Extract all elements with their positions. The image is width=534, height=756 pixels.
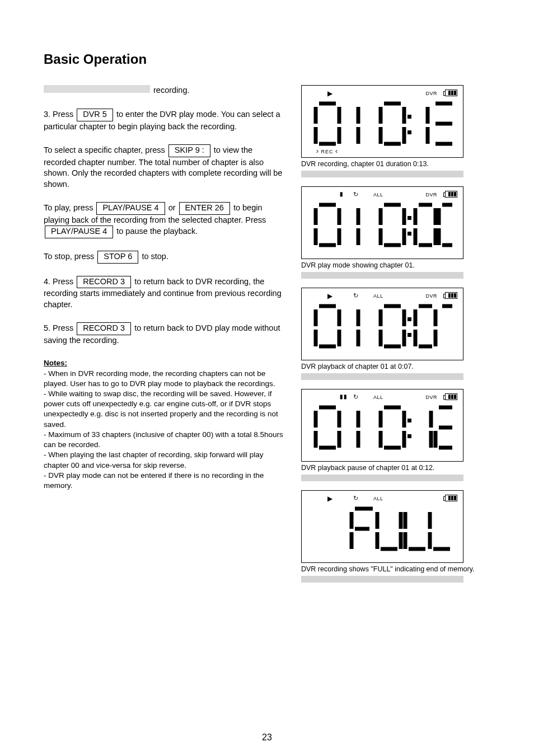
svg-rect-3	[407, 232, 411, 236]
play-before: To play, press	[44, 203, 95, 212]
lcd-column: ▶ DVR	[301, 85, 490, 591]
seven-seg-display	[312, 100, 452, 151]
instructions-column: recording. 3. Press DVR 5 to enter the D…	[44, 85, 284, 591]
lcd-caption: DVR playback of chapter 01 at 0:07.	[301, 362, 490, 372]
note-item: - DVR play mode can not be entered if th…	[44, 471, 284, 491]
battery-icon	[445, 495, 457, 504]
stop-tail: to stop.	[142, 252, 168, 261]
seven-seg-display	[312, 201, 452, 252]
lcd-panel-pause: ▮▮ ↻ ALL DVR	[301, 389, 463, 462]
lcd-panel-playback: ▶ ↻ ALL DVR	[301, 288, 463, 360]
separator-bar	[301, 272, 463, 279]
svg-rect-0	[407, 115, 411, 119]
svg-rect-2	[407, 216, 411, 220]
svg-rect-5	[407, 333, 411, 337]
svg-rect-1	[407, 130, 411, 134]
notes-heading: Notes:	[44, 358, 284, 368]
page-title: Basic Operation	[44, 50, 490, 68]
play-icon: ▶	[327, 292, 333, 300]
loop-icon: ↻	[353, 393, 359, 401]
all-indicator: ALL	[373, 495, 383, 502]
stop-text: To stop, press	[44, 252, 96, 261]
lcd-caption: DVR play mode showing chapter 01.	[301, 261, 490, 270]
key-record-1[interactable]: RECORD 3	[77, 276, 131, 289]
seven-seg-display	[312, 303, 452, 353]
page-number: 23	[262, 731, 272, 744]
dvr-indicator: DVR	[425, 394, 437, 401]
battery-icon	[445, 90, 457, 98]
lcd-panel-recording: ▶ DVR	[301, 85, 463, 158]
dvr-indicator: DVR	[425, 90, 437, 97]
lcd-panel-full: ▶ ↻ ALL	[301, 490, 463, 563]
separator-bar	[301, 475, 463, 481]
play-icon: ▶	[327, 494, 333, 503]
svg-rect-4	[407, 317, 411, 321]
note-item: - When playing the last chapter of recor…	[44, 450, 284, 470]
battery-icon	[445, 292, 457, 301]
seven-seg-display	[312, 505, 452, 556]
svg-rect-6	[407, 419, 411, 422]
dvr-indicator: DVR	[425, 293, 437, 299]
svg-rect-7	[407, 434, 411, 438]
play-pause-tail: to pause the playback.	[116, 227, 198, 236]
loop-icon: ↻	[353, 292, 359, 300]
separator-bar	[301, 576, 463, 583]
lcd-caption: DVR playback pause of chapter 01 at 0:12…	[301, 463, 490, 473]
step5-before: 5. Press	[44, 323, 76, 332]
seven-seg-display	[312, 404, 452, 454]
lcd-caption: DVR recording shows "FULL" indicating en…	[301, 565, 490, 574]
intro-tail: recording.	[153, 85, 189, 96]
rec-indicator: › REC ‹	[316, 148, 338, 155]
step3-p1-before: 3. Press	[44, 110, 76, 119]
battery-icon	[445, 191, 457, 200]
separator-bar	[301, 171, 463, 177]
note-item: - Maximum of 33 chapters (inclusive of c…	[44, 430, 284, 450]
lcd-caption: DVR recording, chapter 01 duration 0:13.	[301, 159, 490, 169]
all-indicator: ALL	[373, 293, 383, 299]
pause-icon: ▮▮	[340, 393, 348, 401]
loop-icon: ↻	[353, 494, 359, 503]
key-skip[interactable]: SKIP 9 :	[168, 144, 210, 157]
step3-p2-before: To select a specific chapter, press	[44, 145, 167, 154]
key-playpause-1[interactable]: PLAY/PAUSE 4	[96, 202, 165, 215]
dvr-indicator: DVR	[425, 191, 437, 198]
key-dvr[interactable]: DVR 5	[77, 109, 113, 121]
step4-before: 4. Press	[44, 277, 76, 286]
battery-icon	[445, 393, 457, 402]
key-playpause-2[interactable]: PLAY/PAUSE 4	[45, 226, 113, 238]
all-indicator: ALL	[373, 191, 383, 198]
note-item: - While waiting to swap disc, the record…	[44, 389, 284, 430]
redacted-lead-bar	[44, 85, 150, 93]
loop-icon: ↻	[353, 190, 359, 199]
key-enter[interactable]: ENTER 26	[179, 202, 230, 215]
separator-bar	[301, 373, 463, 380]
all-indicator: ALL	[373, 394, 383, 401]
note-item: - When in DVR recording mode, the record…	[44, 369, 284, 389]
pause-icon: ▮	[340, 190, 344, 198]
lcd-panel-playmode: ▮ ↻ ALL DVR	[301, 186, 463, 259]
play-icon: ▶	[327, 89, 333, 98]
key-stop[interactable]: STOP 6	[97, 251, 138, 264]
key-record-2[interactable]: RECORD 3	[77, 322, 131, 335]
play-mid: or	[168, 203, 178, 212]
